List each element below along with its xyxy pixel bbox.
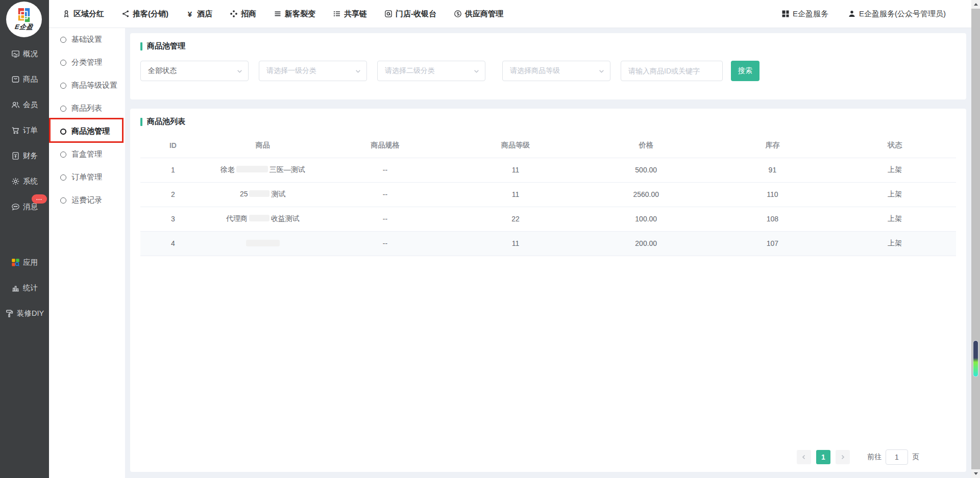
sidebar-item-messages[interactable]: 消息... bbox=[0, 194, 49, 219]
filter-card-header: 商品池管理 bbox=[130, 33, 966, 51]
goods-icon bbox=[11, 75, 20, 84]
sidebar-item-orders[interactable]: 订单 bbox=[0, 117, 49, 143]
section-accent-bar bbox=[140, 42, 142, 51]
goods-spec: -- bbox=[320, 158, 451, 182]
submenu-item-blindbox-management[interactable]: 盲盒管理 bbox=[49, 143, 125, 166]
submenu-item-order-management[interactable]: 订单管理 bbox=[49, 166, 125, 189]
submenu-item-goods-list[interactable]: 商品列表 bbox=[49, 97, 125, 120]
submenu-item-category-management[interactable]: 分类管理 bbox=[49, 51, 125, 74]
goods-level: 11 bbox=[450, 231, 581, 256]
column-header: 价格 bbox=[581, 133, 712, 158]
nav-region-bonus[interactable]: 区域分红 bbox=[62, 9, 104, 19]
overview-icon bbox=[11, 49, 20, 58]
goods-spec: -- bbox=[320, 231, 451, 256]
topbar: 区域分红推客(分销)¥酒店招商新客裂变共享链门店-收银台供应商管理 E企盈服务E… bbox=[0, 0, 980, 28]
table-row: 4--11200.00107上架 bbox=[140, 231, 956, 256]
nav-new-customer-fission[interactable]: 新客裂变 bbox=[274, 9, 315, 19]
submenu-item-basic-settings[interactable]: 基础设置 bbox=[49, 28, 125, 51]
row-id: 2 bbox=[140, 182, 206, 207]
category-level2-select[interactable]: 请选择二级分类 bbox=[377, 61, 485, 81]
sidebar-item-system-label: 系统 bbox=[23, 177, 38, 186]
top-navigation: 区域分红推客(分销)¥酒店招商新客裂变共享链门店-收银台供应商管理 bbox=[62, 9, 503, 19]
status-select[interactable]: 全部状态 bbox=[140, 61, 249, 81]
column-header: 商品 bbox=[206, 133, 320, 158]
status-label: 上架 bbox=[834, 231, 956, 256]
table-body: 1徐老三医—测试--11500.0091上架225测试--112560.0011… bbox=[140, 158, 956, 256]
sidebar-item-stats[interactable]: 统计 bbox=[0, 275, 49, 300]
submenu-item-order-management-label: 订单管理 bbox=[71, 172, 102, 182]
sidebar-item-overview-label: 概况 bbox=[23, 49, 38, 59]
scroll-up-button[interactable] bbox=[971, 0, 980, 9]
radio-circle-icon bbox=[60, 174, 66, 181]
sidebar-navigation: 概况商品会员订单财务系统消息...应用统计装修DIY bbox=[0, 41, 49, 326]
goods-name: 25测试 bbox=[206, 182, 320, 207]
goods-level: 22 bbox=[450, 207, 581, 231]
column-header: ID bbox=[140, 133, 206, 158]
nav-region-bonus-label: 区域分红 bbox=[74, 9, 104, 19]
nav-tuike-distribution[interactable]: 推客(分销) bbox=[121, 9, 168, 19]
goods-name: 徐老三医—测试 bbox=[206, 158, 320, 182]
sidebar-item-overview[interactable]: 概况 bbox=[0, 41, 49, 66]
submenu-item-freight-records[interactable]: 运费记录 bbox=[49, 189, 125, 212]
row-id: 3 bbox=[140, 207, 206, 231]
goods-name-text: 代理商 bbox=[226, 214, 248, 222]
goods-pool-list-card: 商品池列表 ID商品商品规格商品等级价格库存状态 1徐老三医—测试--11500… bbox=[130, 109, 966, 472]
status-label: 上架 bbox=[834, 158, 956, 182]
user-icon bbox=[848, 10, 856, 18]
chevron-down-icon bbox=[598, 68, 605, 74]
unread-badge: ... bbox=[32, 194, 47, 204]
table-row: 1徐老三医—测试--11500.0091上架 bbox=[140, 158, 956, 182]
scrollbar-thumb[interactable] bbox=[971, 9, 980, 469]
fission-icon bbox=[274, 10, 282, 18]
next-page-button[interactable] bbox=[836, 450, 850, 464]
search-button[interactable]: 搜索 bbox=[731, 61, 760, 81]
service-entry[interactable]: E企盈服务 bbox=[781, 9, 828, 19]
goods-name bbox=[206, 231, 320, 256]
sidebar-item-decorate-diy[interactable]: 装修DIY bbox=[0, 300, 49, 326]
prev-page-button[interactable] bbox=[797, 450, 811, 464]
sidebar-item-system[interactable]: 系统 bbox=[0, 168, 49, 194]
goods-level-select[interactable]: 请选择商品等级 bbox=[502, 61, 610, 81]
sidebar-item-finance[interactable]: 财务 bbox=[0, 143, 49, 168]
goto-page-input[interactable] bbox=[886, 449, 908, 465]
goods-name-text: 三医—测试 bbox=[270, 165, 305, 173]
sidebar-item-apps-label: 应用 bbox=[23, 258, 38, 267]
goods-name-text: 收益测试 bbox=[271, 214, 300, 222]
messages-icon bbox=[11, 203, 20, 211]
submenu-item-goods-pool-management[interactable]: 商品池管理 bbox=[49, 120, 125, 143]
goods-name-text: 测试 bbox=[271, 190, 285, 198]
nav-store-cashier[interactable]: 门店-收银台 bbox=[384, 9, 436, 19]
radio-circle-icon bbox=[60, 60, 66, 66]
triangle-down-icon bbox=[974, 472, 978, 475]
radio-circle-icon bbox=[60, 37, 66, 43]
account-entry[interactable]: E企盈服务(公众号管理员) bbox=[848, 9, 946, 19]
page-number-button[interactable]: 1 bbox=[816, 450, 830, 464]
nav-sharing-chain[interactable]: 共享链 bbox=[333, 9, 367, 19]
goods-price: 2560.00 bbox=[581, 182, 712, 207]
filter-row: 全部状态 请选择一级分类 请选择二级分类 请选择商品等级 搜索 bbox=[140, 61, 966, 81]
nav-supplier-management[interactable]: 供应商管理 bbox=[454, 9, 503, 19]
submenu-item-goods-list-label: 商品列表 bbox=[71, 104, 102, 113]
chevron-right-icon bbox=[840, 454, 846, 460]
redacted-text bbox=[249, 190, 270, 197]
goods-name-text: 25 bbox=[240, 190, 248, 198]
category-level1-select[interactable]: 请选择一级分类 bbox=[259, 61, 367, 81]
goods-price: 100.00 bbox=[581, 207, 712, 231]
keyword-input[interactable] bbox=[621, 61, 723, 81]
goods-level: 11 bbox=[450, 158, 581, 182]
submenu-item-goods-level-settings[interactable]: 商品等级设置 bbox=[49, 74, 125, 97]
row-id: 1 bbox=[140, 158, 206, 182]
supplier-icon bbox=[454, 10, 462, 18]
sidebar-item-goods[interactable]: 商品 bbox=[0, 66, 49, 92]
scroll-down-button[interactable] bbox=[971, 469, 980, 478]
sidebar-item-members[interactable]: 会员 bbox=[0, 92, 49, 117]
nav-hotel[interactable]: ¥酒店 bbox=[186, 9, 212, 19]
app-logo[interactable]: E企盈 bbox=[6, 2, 42, 37]
secondary-sidebar: 基础设置分类管理商品等级设置商品列表商品池管理盲盒管理订单管理运费记录 bbox=[49, 28, 125, 478]
vertical-scrollbar[interactable] bbox=[971, 0, 980, 478]
nav-investment[interactable]: 招商 bbox=[230, 9, 256, 19]
list-card-header: 商品池列表 bbox=[130, 109, 966, 127]
submenu-item-freight-records-label: 运费记录 bbox=[71, 195, 102, 205]
sidebar-item-apps[interactable]: 应用 bbox=[0, 249, 49, 275]
radio-circle-icon bbox=[60, 129, 66, 135]
